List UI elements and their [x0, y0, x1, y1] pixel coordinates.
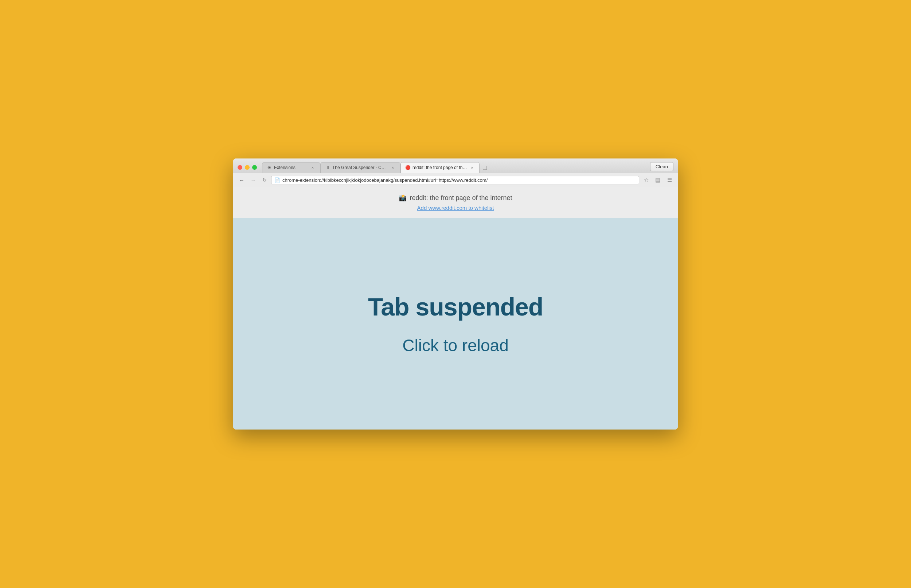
tab-reddit-label: reddit: the front page of th…	[412, 165, 467, 170]
extension-icon: ▤	[655, 177, 660, 183]
tab-reddit[interactable]: 🔴 reddit: the front page of th… ×	[401, 162, 480, 173]
tabs-bar: ✳ Extensions × ⏸ The Great Suspender - C…	[262, 162, 650, 173]
close-window-button[interactable]	[237, 165, 242, 170]
tab-reddit-close-button[interactable]: ×	[469, 165, 475, 171]
tab-extensions-label: Extensions	[274, 165, 308, 170]
minimize-window-button[interactable]	[245, 165, 250, 170]
page-title-row: 📸 reddit: the front page of the internet	[241, 194, 670, 202]
reddit-logo-icon: 📸	[399, 194, 407, 202]
site-title: reddit: the front page of the internet	[410, 194, 512, 202]
reddit-tab-icon: 🔴	[405, 165, 410, 170]
menu-button[interactable]: ☰	[665, 175, 674, 185]
tab-great-suspender-label: The Great Suspender - Ch…	[332, 165, 388, 170]
click-to-reload-text[interactable]: Click to reload	[402, 336, 508, 355]
title-bar-top-row: ✳ Extensions × ⏸ The Great Suspender - C…	[237, 162, 674, 173]
new-tab-icon: □	[483, 164, 487, 171]
clean-button[interactable]: Clean	[650, 162, 674, 171]
window-controls	[237, 165, 257, 170]
tab-great-suspender[interactable]: ⏸ The Great Suspender - Ch… ×	[320, 162, 401, 173]
tab-great-suspender-close-button[interactable]: ×	[390, 165, 396, 171]
maximize-window-button[interactable]	[252, 165, 257, 170]
reload-button[interactable]: ↻	[260, 176, 269, 184]
tab-extensions-close-button[interactable]: ×	[310, 165, 316, 171]
new-tab-button[interactable]: □	[480, 163, 490, 173]
title-bar: ✳ Extensions × ⏸ The Great Suspender - C…	[233, 158, 678, 173]
page-header: 📸 reddit: the front page of the internet…	[233, 187, 678, 218]
page-content[interactable]: Tab suspended Click to reload	[233, 218, 678, 430]
extension-button[interactable]: ▤	[653, 175, 662, 185]
bookmark-button[interactable]: ☆	[641, 175, 651, 185]
puzzle-icon: ✳	[267, 165, 272, 170]
forward-button[interactable]: →	[249, 175, 258, 185]
suspended-title: Tab suspended	[368, 292, 543, 321]
url-input[interactable]	[283, 178, 636, 183]
star-icon: ☆	[644, 177, 649, 183]
tab-extensions[interactable]: ✳ Extensions ×	[262, 162, 320, 173]
address-bar: ← → ↻ 📄 ☆ ▤ ☰	[233, 173, 678, 187]
hamburger-icon: ☰	[667, 177, 672, 183]
back-button[interactable]: ←	[237, 175, 246, 185]
page-icon: 📄	[275, 178, 280, 183]
whitelist-link[interactable]: Add www.reddit.com to whitelist	[417, 205, 494, 211]
url-bar-container: 📄	[271, 176, 639, 184]
browser-window: ✳ Extensions × ⏸ The Great Suspender - C…	[233, 158, 678, 430]
suspender-icon: ⏸	[325, 165, 330, 170]
